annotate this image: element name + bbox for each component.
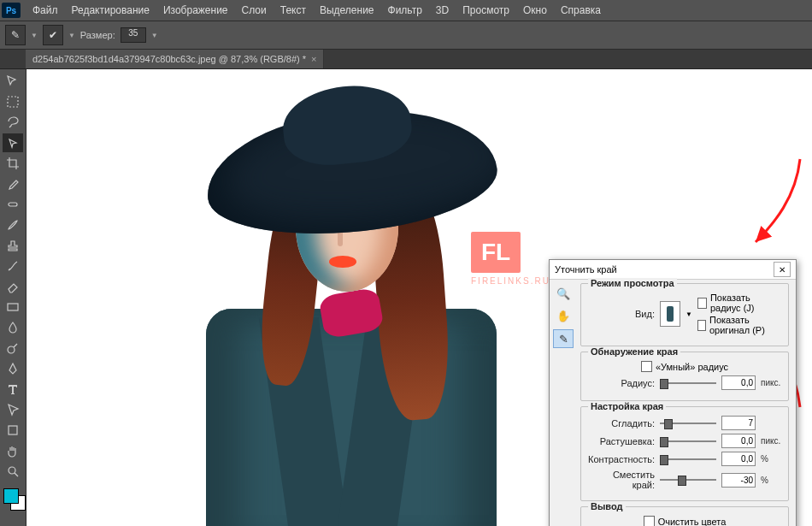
- dialog-titlebar[interactable]: Уточнить край ✕: [550, 260, 796, 280]
- document-tab-label: d254ab7625f3bd1d4a379947c80bc63c.jpeg @ …: [32, 54, 306, 64]
- dialog-tool-strip: 🔍 ✋ ✎: [550, 280, 577, 526]
- chevron-down-icon[interactable]: ▼: [151, 32, 158, 39]
- photo-subject: FL FIRELINKS.RU: [155, 69, 548, 526]
- shift-label: Сместить край:: [588, 470, 655, 490]
- eyedropper-tool-icon[interactable]: [3, 174, 23, 193]
- quickselect-tool-icon[interactable]: [3, 133, 23, 152]
- color-swatches[interactable]: [2, 487, 24, 512]
- feather-label: Растушевка:: [588, 436, 655, 446]
- hand-tool-icon[interactable]: ✋: [554, 307, 573, 324]
- show-original-checkbox[interactable]: Показать оригинал (P): [697, 315, 781, 335]
- vid-label: Вид:: [588, 309, 655, 319]
- refine-brush-icon[interactable]: ✎: [553, 329, 574, 348]
- marquee-tool-icon[interactable]: [3, 92, 23, 111]
- watermark-text: FIRELINKS.RU: [471, 276, 550, 286]
- smart-radius-checkbox[interactable]: «Умный» радиус: [641, 361, 728, 372]
- workspace: FL FIRELINKS.RU Уточнить край ✕ 🔍 ✋ ✎: [0, 69, 812, 526]
- zoom-tool-icon[interactable]: [3, 462, 23, 481]
- unit-label: %: [761, 476, 781, 485]
- canvas[interactable]: FL FIRELINKS.RU Уточнить край ✕ 🔍 ✋ ✎: [26, 69, 812, 526]
- menu-view[interactable]: Просмотр: [456, 0, 516, 21]
- options-bar: ✎ ▼ ✔ ▼ Размер: 35 ▼: [0, 21, 812, 50]
- menu-3d[interactable]: 3D: [429, 0, 456, 21]
- unit-label: пикс.: [761, 378, 781, 387]
- brush-preview-icon[interactable]: ✔: [43, 25, 63, 45]
- menubar: Ps Файл Редактирование Изображение Слои …: [0, 0, 812, 21]
- menu-window[interactable]: Окно: [516, 0, 554, 21]
- lasso-tool-icon[interactable]: [3, 113, 23, 132]
- fg-color-swatch[interactable]: [3, 488, 19, 504]
- svg-rect-1: [9, 203, 17, 206]
- radius-label: Радиус:: [588, 378, 655, 388]
- menu-text[interactable]: Текст: [274, 0, 313, 21]
- radius-slider[interactable]: [660, 377, 716, 389]
- feather-slider[interactable]: [660, 435, 716, 447]
- shape-tool-icon[interactable]: [3, 421, 23, 440]
- output-section: Вывод Очистить цвета Эффект: % Вывод в:: [580, 506, 789, 526]
- smooth-label: Сгладить:: [588, 418, 655, 428]
- contrast-slider[interactable]: [660, 453, 716, 465]
- close-icon[interactable]: ✕: [774, 262, 791, 277]
- gradient-tool-icon[interactable]: [3, 298, 23, 316]
- close-icon[interactable]: ×: [311, 54, 316, 64]
- smooth-value[interactable]: 7: [721, 416, 756, 430]
- app-logo: Ps: [2, 3, 21, 18]
- section-header: Вывод: [588, 501, 626, 511]
- unit-label: %: [761, 454, 781, 464]
- watermark-logo: FL: [471, 232, 521, 273]
- dodge-tool-icon[interactable]: [3, 339, 23, 358]
- annotation-arrow: [749, 155, 809, 251]
- contrast-label: Контрастность:: [588, 454, 655, 464]
- smooth-slider[interactable]: [660, 417, 716, 429]
- stamp-tool-icon[interactable]: [3, 236, 23, 255]
- size-input[interactable]: 35: [121, 27, 146, 43]
- menu-layers[interactable]: Слои: [235, 0, 274, 21]
- show-radius-checkbox[interactable]: Показать радиус (J): [697, 293, 781, 313]
- section-header: Режим просмотра: [588, 278, 677, 288]
- size-label: Размер:: [80, 30, 115, 40]
- watermark: FL FIRELINKS.RU: [471, 232, 550, 286]
- view-thumbnail[interactable]: [660, 301, 680, 327]
- shift-value[interactable]: -30: [721, 473, 756, 488]
- menu-select[interactable]: Выделение: [313, 0, 381, 21]
- chevron-down-icon[interactable]: ▼: [68, 32, 75, 39]
- adjust-edge-section: Настройка края Сгладить: 7 Растушевка: 0…: [580, 406, 789, 501]
- menu-file[interactable]: Файл: [26, 0, 65, 21]
- radius-value[interactable]: 0,0: [721, 375, 756, 390]
- menu-edit[interactable]: Редактирование: [65, 0, 156, 21]
- hand-tool-icon[interactable]: [3, 441, 23, 460]
- viewmode-section: Режим просмотра Вид: ▼ Показать радиус (…: [580, 283, 789, 346]
- menu-help[interactable]: Справка: [554, 0, 608, 21]
- document-tab[interactable]: d254ab7625f3bd1d4a379947c80bc63c.jpeg @ …: [26, 50, 324, 68]
- crop-tool-icon[interactable]: [3, 154, 23, 173]
- shift-slider[interactable]: [660, 474, 716, 486]
- svg-point-3: [8, 346, 15, 353]
- path-select-icon[interactable]: [3, 400, 23, 419]
- pen-tool-icon[interactable]: [3, 359, 23, 378]
- svg-rect-2: [8, 304, 18, 310]
- tool-preset-icon[interactable]: ✎: [5, 25, 26, 45]
- dialog-title: Уточнить край: [555, 264, 617, 275]
- feather-value[interactable]: 0,0: [721, 434, 756, 448]
- menu-filter[interactable]: Фильтр: [381, 0, 429, 21]
- chevron-down-icon[interactable]: ▼: [685, 310, 692, 318]
- decontaminate-checkbox[interactable]: Очистить цвета: [644, 516, 727, 526]
- type-tool-icon[interactable]: [3, 380, 23, 399]
- heal-tool-icon[interactable]: [3, 195, 23, 214]
- svg-rect-4: [9, 426, 17, 434]
- chevron-down-icon[interactable]: ▼: [31, 32, 38, 39]
- eraser-tool-icon[interactable]: [3, 277, 23, 296]
- menu-image[interactable]: Изображение: [156, 0, 235, 21]
- unit-label: пикс.: [761, 436, 781, 446]
- svg-point-5: [9, 467, 15, 474]
- history-brush-icon[interactable]: [3, 257, 23, 275]
- section-header: Настройка края: [588, 401, 666, 411]
- move-tool-icon[interactable]: [3, 72, 23, 91]
- contrast-value[interactable]: 0,0: [721, 452, 756, 466]
- tools-panel: [0, 69, 26, 526]
- brush-tool-icon[interactable]: [3, 216, 23, 234]
- blur-tool-icon[interactable]: [3, 318, 23, 337]
- document-tabbar: d254ab7625f3bd1d4a379947c80bc63c.jpeg @ …: [0, 50, 812, 69]
- zoom-tool-icon[interactable]: 🔍: [554, 285, 573, 302]
- edge-detect-section: Обнаружение края «Умный» радиус Радиус: …: [580, 352, 789, 401]
